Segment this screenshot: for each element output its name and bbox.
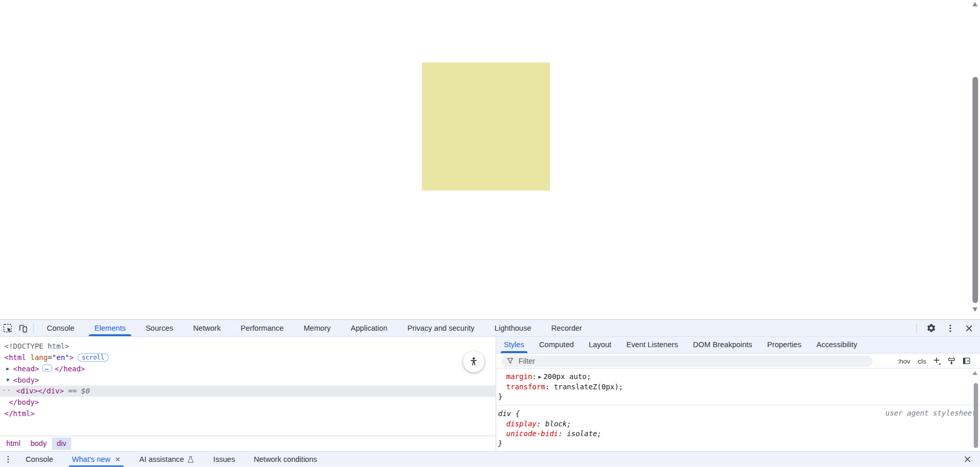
scroll-adorner-badge[interactable]: scroll (77, 353, 109, 362)
code-token: </head> (55, 364, 85, 373)
new-style-rule-icon[interactable] (932, 356, 941, 365)
drawer-tab-what-s-new[interactable]: What's new✕ (63, 452, 130, 466)
styles-scrollbar-thumb[interactable] (974, 383, 978, 448)
shorthand-expander-icon[interactable]: ▶ (539, 372, 542, 382)
tab-recorder[interactable]: Recorder (541, 320, 592, 336)
toolbar-right-actions (913, 321, 980, 335)
accessibility-overlay-button[interactable] (463, 351, 484, 372)
tab-sources[interactable]: Sources (136, 320, 183, 336)
punctuation: : (545, 383, 549, 391)
code-token: "en" (52, 353, 69, 362)
breadcrumb-item-html[interactable]: html (1, 437, 25, 450)
sidebar-tab-styles[interactable]: Styles (496, 337, 532, 353)
css-property-name[interactable]: margin (506, 372, 532, 381)
dom-tree-row[interactable]: ▼<body> (0, 374, 495, 386)
dom-tree-row[interactable]: <html lang="en">scroll (0, 352, 495, 363)
code-token: lang (26, 353, 48, 362)
toggle-element-classes-button[interactable]: .cls (916, 357, 926, 365)
devtools-main-tabs: ConsoleElementsSourcesNetworkPerformance… (37, 320, 592, 336)
sidebar-tab-layout[interactable]: Layout (581, 337, 619, 353)
tab-label: Performance (241, 324, 283, 332)
experiment-beaker-icon (187, 455, 195, 463)
drawer-tab-console[interactable]: Console (16, 452, 63, 466)
dom-tree-row[interactable]: </body> (0, 397, 495, 408)
devtools-toolbar: ConsoleElementsSourcesNetworkPerformance… (0, 320, 980, 337)
drawer-tab-issues[interactable]: Issues (204, 452, 244, 466)
css-property-value[interactable]: 200px auto; (543, 372, 591, 381)
close-tab-icon[interactable]: ✕ (115, 455, 120, 463)
dom-tree-row-selected[interactable]: ··<div></div> == $0 (0, 386, 495, 397)
styles-toolbar-actions: :hov .cls (897, 356, 976, 365)
show-computed-sidebar-icon[interactable] (962, 356, 971, 365)
drawer-tab-ai-assistance[interactable]: AI assistance (130, 452, 204, 466)
dom-tree-row[interactable]: ▶<head>…</head> (0, 363, 495, 374)
scrollbar-up-arrow-icon[interactable] (972, 2, 977, 7)
css-property-value[interactable]: translateZ(0px); (554, 383, 623, 391)
sidebar-tab-event-listeners[interactable]: Event Listeners (619, 337, 686, 353)
sidebar-tab-accessibility[interactable]: Accessibility (809, 337, 865, 353)
tab-label: Issues (213, 455, 235, 463)
settings-gear-icon[interactable] (924, 321, 939, 335)
styles-rules-list: margin:▶200px auto;transform: translateZ… (496, 369, 980, 451)
close-drawer-icon[interactable] (960, 452, 975, 466)
css-rule: user agent stylesheetdiv {display: block… (496, 405, 980, 451)
styles-filter-field[interactable] (501, 355, 872, 367)
tab-label: What's new (72, 455, 111, 463)
active-tab-underline (69, 465, 124, 466)
styles-scrollbar-up-arrow-icon[interactable] (972, 371, 977, 375)
page-scrollbar-thumb[interactable] (972, 77, 978, 303)
sidebar-tab-properties[interactable]: Properties (760, 337, 809, 353)
tab-performance[interactable]: Performance (230, 320, 293, 336)
tab-lighthouse[interactable]: Lighthouse (485, 320, 541, 336)
punctuation: : (532, 372, 537, 381)
code-token: > (69, 353, 74, 362)
styles-filter-row: :hov .cls (496, 354, 980, 369)
tab-application[interactable]: Application (341, 320, 397, 336)
more-options-icon[interactable] (942, 321, 957, 335)
css-property-name[interactable]: display (506, 419, 537, 428)
tab-console[interactable]: Console (37, 320, 84, 336)
tab-label: Sources (146, 324, 173, 332)
styles-filter-input[interactable] (517, 356, 867, 366)
sidebar-tab-dom-breakpoints[interactable]: DOM Breakpoints (686, 337, 760, 353)
css-property-value[interactable]: isolate; (567, 429, 601, 438)
tab-privacy-and-security[interactable]: Privacy and security (398, 320, 485, 336)
collapsed-children-ellipsis[interactable]: … (42, 364, 52, 372)
tab-memory[interactable]: Memory (294, 320, 341, 336)
css-property-line[interactable]: unicode-bidi: isolate; (496, 428, 980, 438)
toggle-pseudo-classes-button[interactable]: :hov (897, 357, 910, 365)
active-tab-underline (501, 351, 527, 353)
inspect-element-icon[interactable] (0, 321, 15, 335)
dom-tree-row[interactable]: <!DOCTYPE html> (0, 340, 495, 352)
page-div-element (422, 62, 550, 190)
css-property-name[interactable]: transform (506, 383, 545, 391)
device-toolbar-icon[interactable] (15, 321, 30, 335)
punctuation: : (558, 429, 562, 438)
tab-elements[interactable]: Elements (84, 320, 136, 336)
tab-label: Console (47, 324, 74, 332)
css-property-name[interactable]: unicode-bidi (506, 429, 558, 438)
tab-network[interactable]: Network (183, 320, 230, 336)
dom-tree-row[interactable]: </html> (0, 408, 495, 419)
web-page (0, 0, 980, 319)
css-property-value[interactable]: block; (545, 419, 571, 428)
page-scrollbar[interactable] (971, 0, 980, 319)
code-token: = (48, 353, 52, 362)
css-property-line[interactable]: margin:▶200px auto; (496, 372, 980, 382)
drawer-tab-network-conditions[interactable]: Network conditions (244, 452, 327, 466)
devtools-panel: ConsoleElementsSourcesNetworkPerformance… (0, 319, 980, 467)
css-property-line[interactable]: display: block; (496, 419, 980, 428)
close-devtools-icon[interactable] (961, 321, 976, 335)
expander-down-icon[interactable]: ▼ (6, 375, 13, 386)
code-token: <head> (13, 364, 39, 373)
breadcrumb-item-div[interactable]: div (51, 437, 71, 450)
drawer-menu-icon[interactable] (0, 452, 16, 466)
sidebar-tab-computed[interactable]: Computed (532, 337, 581, 353)
scrollbar-down-arrow-icon[interactable] (972, 308, 977, 312)
tab-label: DOM Breakpoints (693, 340, 752, 349)
dom-tree: <!DOCTYPE html><html lang="en">scroll▶<h… (0, 337, 495, 436)
rendering-emulations-icon[interactable] (947, 356, 956, 365)
expander-right-icon[interactable]: ▶ (6, 364, 13, 375)
css-property-line[interactable]: transform: translateZ(0px); (496, 382, 980, 391)
breadcrumb-item-body[interactable]: body (25, 437, 51, 450)
